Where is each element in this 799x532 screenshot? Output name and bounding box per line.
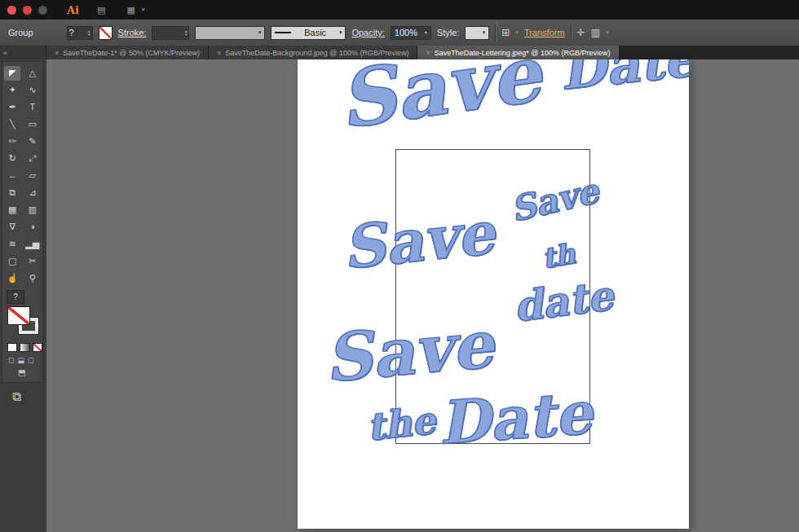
panel-grid-icon[interactable]: ▤	[97, 6, 105, 15]
column-graph-tool[interactable]: ▂▅	[24, 237, 41, 252]
control-bar: Group ? ▴▾ Stroke: ▴▾ ▾ Basic ▾ Opacity:…	[0, 20, 799, 46]
titlebar: Ai ▤ ▦ ▾	[0, 0, 799, 20]
opacity-value: 100%	[395, 28, 417, 37]
width-tool[interactable]: ↔	[4, 169, 20, 183]
artboard-tool[interactable]: ▢	[4, 254, 20, 269]
tools-panel-collapse[interactable]: «	[0, 46, 46, 59]
lettering-save-middle[interactable]: Save	[340, 203, 497, 277]
recolor-dropdown-arrow[interactable]: ▾	[515, 29, 519, 36]
style-label: Style:	[437, 28, 460, 37]
close-icon[interactable]: ×	[55, 49, 59, 57]
canvas-area[interactable]: Save Date Save Save th date Save the Dat…	[46, 59, 799, 532]
document-tab-bar: « × SaveTheDate-1* @ 50% (CMYK/Preview) …	[0, 46, 799, 59]
opacity-link[interactable]: Opacity:	[351, 28, 384, 37]
tools-column: ◤ △ ✦ ∿ ✒ T ╲ ▭ ✏ ✎ ↻ ⤢ ↔ ▱ ⧉ ⊿ ▦ ▥ ∇ ◑	[0, 59, 46, 532]
style-dropdown[interactable]: ▾	[465, 26, 489, 40]
symbol-sprayer-tool[interactable]: ≋	[4, 237, 20, 252]
illustrator-window: Ai ▤ ▦ ▾ Group ? ▴▾ Stroke: ▴▾ ▾ Basic ▾	[0, 0, 799, 532]
gradient-tool[interactable]: ▥	[24, 203, 41, 218]
lettering-save-top[interactable]: Save	[334, 59, 545, 140]
shape-modes-icon[interactable]: ▥	[591, 28, 600, 37]
collapsed-panel-icon[interactable]: ⧉	[12, 389, 21, 404]
lettering-date-right[interactable]: date	[511, 275, 615, 328]
line-segment-tool[interactable]: ╲	[4, 117, 20, 132]
stroke-weight-spinner[interactable]: ▴▾	[185, 29, 188, 36]
mesh-tool[interactable]: ▦	[4, 203, 20, 218]
none-button[interactable]	[33, 343, 42, 352]
direct-selection-tool[interactable]: △	[24, 66, 41, 81]
zoom-window-button[interactable]	[38, 6, 47, 15]
workspace-dropdown-arrow[interactable]: ▾	[142, 7, 145, 13]
transform-link[interactable]: Transform	[524, 28, 565, 37]
opacity-dropdown-arrow[interactable]: ▾	[425, 31, 427, 34]
tab-savethedate-1[interactable]: × SaveTheDate-1* @ 50% (CMYK/Preview)	[46, 46, 209, 59]
slice-tool[interactable]: ✂	[24, 254, 41, 269]
tab-savethedate-lettering[interactable]: × SaveTheDate-Lettering.jpeg* @ 100% (RG…	[417, 46, 619, 59]
divider	[495, 24, 496, 41]
scale-tool[interactable]: ⤢	[24, 152, 41, 166]
tab-label: SaveTheDate-1* @ 50% (CMYK/Preview)	[63, 49, 200, 57]
brush-definition-dropdown[interactable]: Basic ▾	[271, 26, 346, 40]
perspective-grid-tool[interactable]: ⊿	[24, 186, 41, 200]
chevron-down-icon: ▾	[483, 29, 486, 36]
color-button[interactable]	[7, 343, 17, 352]
gradient-button[interactable]	[20, 343, 29, 352]
lettering-th-right[interactable]: th	[540, 240, 577, 273]
hand-tool[interactable]: ☝	[4, 271, 20, 286]
opacity-field[interactable]: 100% ▾	[391, 26, 431, 40]
workspace-icon[interactable]: ▦	[126, 6, 135, 15]
rectangle-tool[interactable]: ▭	[24, 117, 41, 132]
tab-savethedate-background[interactable]: × SaveTheDate-Background.jpeg @ 100% (RG…	[209, 46, 418, 59]
pen-tool[interactable]: ✒	[4, 100, 20, 115]
divider	[571, 24, 572, 41]
help-box[interactable]: ?	[7, 290, 24, 304]
lettering-the-bottom[interactable]: the	[365, 402, 437, 446]
close-window-button[interactable]	[7, 6, 16, 15]
paintbrush-tool[interactable]: ✏	[4, 134, 20, 149]
stroke-link[interactable]: Stroke:	[118, 28, 147, 37]
lettering-date-bottom[interactable]: Date	[437, 384, 594, 453]
stroke-none-swatch[interactable]	[99, 26, 113, 40]
draw-behind-icon[interactable]: ⬓	[17, 357, 24, 364]
fill-spinner[interactable]: ▴▾	[88, 29, 90, 36]
blend-tool[interactable]: ◑	[24, 220, 41, 235]
stroke-weight-stepper[interactable]: ▴▾	[152, 26, 189, 40]
draw-inside-icon[interactable]: ◻	[28, 357, 33, 364]
chevron-down-icon: ▾	[339, 29, 342, 36]
context-label: Group	[8, 28, 33, 37]
screen-mode-button[interactable]: ⬒	[18, 369, 42, 377]
eyedropper-tool[interactable]: ∇	[4, 220, 20, 235]
fill-value: ?	[69, 28, 74, 37]
lettering-date-top-right[interactable]: Date	[558, 59, 689, 98]
zoom-tool[interactable]: ⚲	[24, 271, 41, 286]
tab-label: SaveTheDate-Lettering.jpeg* @ 100% (RGB/…	[435, 49, 611, 57]
fill-color-selector[interactable]: ? ▴▾	[67, 26, 93, 40]
variable-width-profile-dropdown[interactable]: ▾	[195, 26, 265, 40]
tool-grid: ◤ △ ✦ ∿ ✒ T ╲ ▭ ✏ ✎ ↻ ⤢ ↔ ▱ ⧉ ⊿ ▦ ▥ ∇ ◑	[2, 64, 42, 287]
drawing-mode-buttons: ◻ ⬓ ◻	[8, 357, 42, 364]
align-icon[interactable]: ✛	[577, 28, 585, 37]
brush-stroke-preview	[275, 32, 291, 33]
fill-stroke-swatches	[6, 306, 39, 340]
minimize-window-button[interactable]	[23, 6, 32, 15]
lasso-tool[interactable]: ∿	[24, 83, 41, 98]
magic-wand-tool[interactable]: ✦	[4, 83, 20, 98]
chevron-down-icon: ▾	[258, 29, 262, 36]
artboard[interactable]: Save Date Save Save th date Save the Dat…	[298, 59, 689, 529]
tools-panel: ◤ △ ✦ ∿ ✒ T ╲ ▭ ✏ ✎ ↻ ⤢ ↔ ▱ ⧉ ⊿ ▦ ▥ ∇ ◑	[2, 61, 43, 383]
lettering-save-bottom[interactable]: Save	[322, 311, 496, 391]
tab-label: SaveTheDate-Background.jpeg @ 100% (RGB/…	[225, 49, 408, 57]
type-tool[interactable]: T	[24, 100, 41, 115]
recolor-artwork-icon[interactable]: ⊞	[501, 28, 510, 37]
free-transform-tool[interactable]: ▱	[24, 169, 41, 183]
draw-normal-icon[interactable]: ◻	[8, 357, 14, 364]
selection-tool[interactable]: ◤	[4, 66, 20, 81]
close-icon[interactable]: ×	[217, 49, 221, 57]
close-icon[interactable]: ×	[426, 49, 430, 57]
illustrator-logo: Ai	[67, 4, 79, 16]
fill-swatch[interactable]	[7, 306, 30, 325]
shape-builder-tool[interactable]: ⧉	[4, 186, 20, 200]
pencil-tool[interactable]: ✎	[24, 134, 41, 149]
rotate-tool[interactable]: ↻	[4, 152, 20, 166]
shape-modes-dropdown-arrow[interactable]: ▾	[606, 29, 609, 36]
